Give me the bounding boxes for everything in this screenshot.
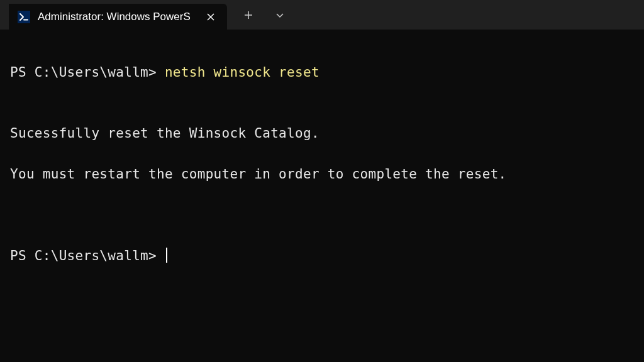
output-line-1: Sucessfully reset the Winsock Catalog. [10,123,634,144]
prompt-line-1: PS C:\Users\wallm> netsh winsock reset [10,65,319,80]
close-icon [206,13,215,21]
tab-dropdown-button[interactable] [270,5,290,25]
tab-title: Administrator: Windows PowerS [38,11,191,23]
terminal-output-area[interactable]: PS C:\Users\wallm> netsh winsock reset S… [0,30,644,278]
tab-powershell[interactable]: Administrator: Windows PowerS [9,4,227,30]
tab-close-button[interactable] [203,9,218,25]
plus-icon [243,10,253,20]
prompt-line-2: PS C:\Users\wallm> [10,248,167,263]
blank-line [10,82,634,103]
new-tab-button[interactable] [238,5,258,25]
output-line-2: You must restart the computer in order t… [10,164,634,185]
window-titlebar: Administrator: Windows PowerS [0,0,644,30]
powershell-icon [18,11,30,23]
cursor [166,248,167,263]
blank-line [10,205,634,226]
command-text: netsh winsock reset [165,65,319,80]
titlebar-actions [227,0,301,30]
chevron-down-icon [275,10,285,20]
